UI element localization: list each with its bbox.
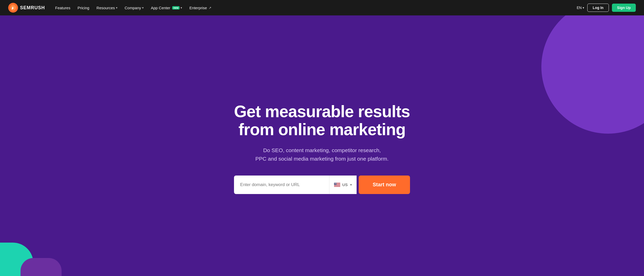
svg-point-27 [335, 184, 335, 184]
svg-point-10 [334, 183, 335, 183]
svg-point-28 [335, 184, 335, 184]
svg-point-21 [334, 183, 335, 184]
svg-point-1 [10, 5, 16, 11]
nav-links: Features Pricing Resources ▾ Company ▾ A… [55, 6, 569, 10]
svg-point-19 [336, 183, 336, 183]
svg-point-30 [336, 184, 336, 184]
svg-point-14 [336, 183, 336, 183]
hero-title: Get measurable results from online marke… [234, 103, 410, 139]
hero-purple-decoration [21, 258, 62, 276]
svg-point-29 [335, 184, 336, 184]
svg-point-35 [336, 184, 336, 185]
country-selector[interactable]: US ▾ [329, 176, 356, 194]
search-input[interactable] [234, 176, 329, 194]
svg-point-12 [335, 183, 335, 183]
nav-app-center[interactable]: App Center new ▾ [151, 6, 182, 10]
svg-point-31 [336, 184, 336, 184]
language-selector[interactable]: EN ▾ [577, 6, 584, 10]
svg-point-34 [335, 184, 335, 185]
app-center-chevron-icon: ▾ [181, 6, 182, 10]
svg-point-15 [336, 183, 337, 183]
resources-chevron-icon: ▾ [116, 6, 118, 10]
svg-point-24 [336, 183, 336, 184]
hero-subtitle: Do SEO, content marketing, competitor re… [234, 146, 410, 163]
svg-rect-7 [334, 186, 340, 186]
logo[interactable]: SEMRUSH [8, 3, 45, 13]
logo-text: SEMRUSH [20, 5, 45, 11]
svg-point-26 [336, 183, 337, 184]
svg-rect-8 [334, 186, 340, 187]
lang-chevron-icon: ▾ [583, 6, 584, 10]
start-now-button[interactable]: Start now [359, 176, 410, 194]
main-nav: SEMRUSH Features Pricing Resources ▾ Com… [0, 0, 644, 15]
svg-point-36 [336, 184, 336, 185]
svg-point-16 [335, 183, 335, 183]
svg-point-33 [335, 184, 335, 185]
enterprise-external-icon: ↗ [209, 6, 211, 10]
hero-circle-decoration [541, 15, 644, 134]
hero-search-bar: US ▾ Start now [234, 176, 410, 194]
svg-rect-6 [334, 185, 340, 185]
svg-point-23 [335, 183, 335, 184]
svg-point-22 [335, 183, 335, 184]
svg-point-20 [336, 183, 336, 183]
nav-features[interactable]: Features [55, 6, 70, 10]
company-chevron-icon: ▾ [142, 6, 144, 10]
svg-point-32 [334, 184, 335, 185]
svg-point-18 [335, 183, 336, 183]
nav-enterprise[interactable]: Enterprise ↗ [189, 6, 211, 10]
country-chevron-icon: ▾ [350, 183, 352, 187]
search-input-wrapper: US ▾ [234, 176, 357, 194]
login-button[interactable]: Log In [587, 4, 609, 12]
app-center-badge: new [172, 6, 180, 10]
svg-point-11 [335, 183, 335, 183]
svg-point-17 [335, 183, 335, 183]
hero-section: Get measurable results from online marke… [0, 15, 644, 276]
nav-company[interactable]: Company ▾ [125, 6, 144, 10]
svg-point-13 [336, 183, 336, 183]
signup-button[interactable]: Sign Up [612, 4, 636, 12]
us-flag-icon [334, 183, 340, 187]
nav-resources[interactable]: Resources ▾ [96, 6, 118, 10]
semrush-logo-icon [8, 3, 18, 13]
hero-content: Get measurable results from online marke… [234, 103, 410, 194]
svg-point-37 [336, 184, 337, 185]
nav-pricing[interactable]: Pricing [77, 6, 89, 10]
nav-right: EN ▾ Log In Sign Up [577, 4, 636, 12]
svg-point-25 [336, 183, 336, 184]
